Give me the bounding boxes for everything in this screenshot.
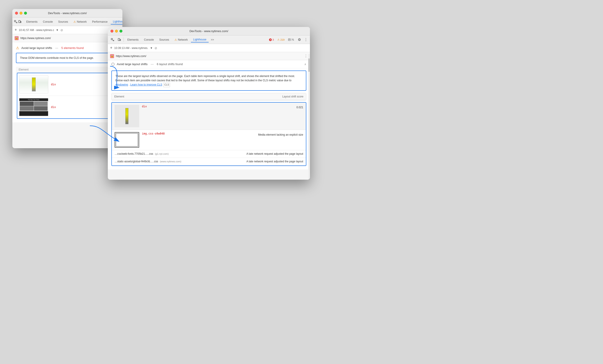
front-titlebar: DevTools - www.nytimes.com/ xyxy=(108,27,310,35)
front-audit-item[interactable]: Avoid large layout shifts — 6 layout shi… xyxy=(108,60,310,68)
tab-elements-front[interactable]: Elements xyxy=(125,37,141,42)
back-page-icon: 🔒 xyxy=(15,36,19,40)
front-minimize-button[interactable] xyxy=(115,30,118,33)
front-page-icon: 🔒 xyxy=(110,54,114,58)
url-time-back: 10:41:57 AM - www.nytimes.c xyxy=(19,29,54,32)
new-tab-button-back[interactable]: + xyxy=(15,28,17,32)
front-page-url-row: 🔒 https://www.nytimes.com/ ⋮ xyxy=(108,52,310,60)
close-button[interactable] xyxy=(15,12,18,15)
svg-text:✕: ✕ xyxy=(270,39,271,41)
back-element-rows: div div xyxy=(17,73,118,119)
badge-area-front: ✕ 3 ⚠ 219 75 ⚙ ⋮ xyxy=(268,37,308,43)
front-element-score: 0.021 xyxy=(296,105,303,109)
front-desc-text1: These are the largest layout shifts obse… xyxy=(116,75,295,82)
front-traffic-lights xyxy=(111,30,122,33)
back-titlebar: DevTools - www.nytimes.com/ xyxy=(12,9,122,18)
front-desc-box: These are the largest layout shifts obse… xyxy=(111,70,306,91)
back-devtools-window: DevTools - www.nytimes.com/ Elements Con… xyxy=(12,9,122,148)
col-score-label: Layout shift score xyxy=(282,95,303,98)
resource-desc-2: A late network request adjusted the page… xyxy=(246,160,303,163)
resource-name-1: …css/web-fonts.7705b21.….css xyxy=(115,152,153,155)
svg-rect-10 xyxy=(120,39,121,41)
warning-badge-front: ⚠ 219 xyxy=(276,38,285,42)
tab-console-front[interactable]: Console xyxy=(142,37,156,42)
tab-lighthouse-back[interactable]: Lighthouse xyxy=(111,19,122,24)
front-page-more[interactable]: ⋮ xyxy=(304,54,308,58)
resource-name-2: …static-assets/global-f449cfd.….css xyxy=(115,160,158,163)
front-url-time: 10:39:13 AM - www.nytimes. xyxy=(114,46,148,50)
back-window-title: DevTools - www.nytimes.com/ xyxy=(48,11,87,15)
inspect-icon[interactable] xyxy=(14,19,17,25)
stop-reload-back[interactable]: ⊘ xyxy=(60,28,63,32)
back-page-url: https://www.nytimes.com/ xyxy=(21,37,120,40)
back-content: ⚠ Avoid large layout shifts — 5 elements… xyxy=(12,42,122,122)
back-element-row-2[interactable]: div xyxy=(17,96,117,118)
url-dropdown-back[interactable]: ▼ xyxy=(56,29,59,32)
scrollbar-thumb[interactable] xyxy=(308,58,310,72)
front-devtools-window: DevTools - www.nytimes.com/ Elements Con… xyxy=(108,27,310,180)
windowing-link[interactable]: windowing xyxy=(116,83,128,86)
cls-badge: CLS xyxy=(163,83,170,87)
svg-rect-0 xyxy=(14,21,16,22)
tab-elements-back[interactable]: Elements xyxy=(24,19,40,24)
back-element-tag-1: div xyxy=(51,83,56,86)
tab-sources-front[interactable]: Sources xyxy=(157,37,171,42)
tab-performance-back[interactable]: Performance xyxy=(90,19,110,24)
front-url-dropdown[interactable]: ▼ xyxy=(150,46,153,50)
resource-domain-2: (www.nytimes.com) xyxy=(160,160,181,163)
front-network-warning-icon: ⚠ xyxy=(174,38,177,41)
front-url-bar: + 10:39:13 AM - www.nytimes. ▼ ⊘ xyxy=(108,44,310,52)
front-toolbar-divider xyxy=(124,37,124,42)
tab-network-back[interactable]: ⚠ Network xyxy=(71,19,89,24)
front-stop-reload[interactable]: ⊘ xyxy=(154,46,157,50)
back-table-header: Element xyxy=(16,67,119,73)
back-page-url-row: 🔒 https://www.nytimes.com/ xyxy=(12,34,122,42)
svg-rect-1 xyxy=(19,21,20,23)
svg-rect-9 xyxy=(118,38,120,41)
maximize-button[interactable] xyxy=(24,12,27,15)
tab-network-label: Network xyxy=(77,20,87,23)
front-close-button[interactable] xyxy=(111,30,113,33)
svg-rect-8 xyxy=(111,38,113,40)
front-more-options-button[interactable]: ⋮ xyxy=(304,37,308,43)
error-badge-front: ✕ 3 xyxy=(268,38,275,42)
back-desc-box: These DOM elements contribute most to th… xyxy=(16,53,119,63)
tab-console-back[interactable]: Console xyxy=(41,19,55,24)
front-toolbar: Elements Console Sources ⚠ Network Light… xyxy=(108,35,310,44)
front-audit-circle xyxy=(111,63,115,66)
front-audit-count: 6 layout shifts found xyxy=(157,62,183,66)
back-thumb-1 xyxy=(19,75,48,93)
front-maximize-button[interactable] xyxy=(119,30,122,33)
front-inspect-icon[interactable] xyxy=(110,37,116,43)
front-device-icon[interactable] xyxy=(116,37,122,43)
back-audit-title: Avoid large layout shifts xyxy=(21,46,52,50)
back-thumb-2 xyxy=(19,98,48,116)
front-table: Element Layout shift score xyxy=(111,93,306,100)
front-thumb-main xyxy=(115,105,139,127)
front-resource-row-2[interactable]: …static-assets/global-f449cfd.….css (www… xyxy=(112,158,306,166)
front-audit-expand[interactable]: ∧ xyxy=(304,63,306,66)
more-tabs-front[interactable]: >> xyxy=(209,38,215,42)
front-element-row-main[interactable]: div 0.021 xyxy=(112,103,306,130)
network-warning-icon: ⚠ xyxy=(73,20,76,23)
minimize-button[interactable] xyxy=(20,12,23,15)
front-new-tab-button[interactable]: + xyxy=(110,46,113,50)
front-element-rows-wrapper: div 0.021 img.css-o9w048 Media element l… xyxy=(111,102,306,166)
back-element-row-1[interactable]: div xyxy=(17,73,117,96)
scrollbar-track[interactable] xyxy=(308,54,310,180)
col-element-label: Element xyxy=(114,95,282,98)
front-settings-button[interactable]: ⚙ xyxy=(296,37,302,43)
tab-lighthouse-front[interactable]: Lighthouse xyxy=(191,37,209,42)
tab-network-front[interactable]: ⚠ Network xyxy=(172,37,190,42)
svg-rect-2 xyxy=(21,21,21,23)
device-icon[interactable] xyxy=(18,19,21,25)
front-thumb-sub xyxy=(115,132,139,148)
improve-cls-link[interactable]: Learn how to improve CLS xyxy=(130,83,162,86)
back-url-bar: + 10:41:57 AM - www.nytimes.c ▼ ⊘ xyxy=(12,26,122,34)
front-element-row-sub[interactable]: img.css-o9w048 Media element lacking an … xyxy=(112,130,306,150)
back-desc-text: These DOM elements contribute most to th… xyxy=(20,56,94,59)
tab-sources-back[interactable]: Sources xyxy=(56,19,70,24)
front-table-header: Element Layout shift score xyxy=(112,93,306,100)
front-resource-row-1[interactable]: …css/web-fonts.7705b21.….css (g1.nyt.com… xyxy=(112,150,306,158)
front-content: Avoid large layout shifts — 6 layout shi… xyxy=(108,60,310,170)
